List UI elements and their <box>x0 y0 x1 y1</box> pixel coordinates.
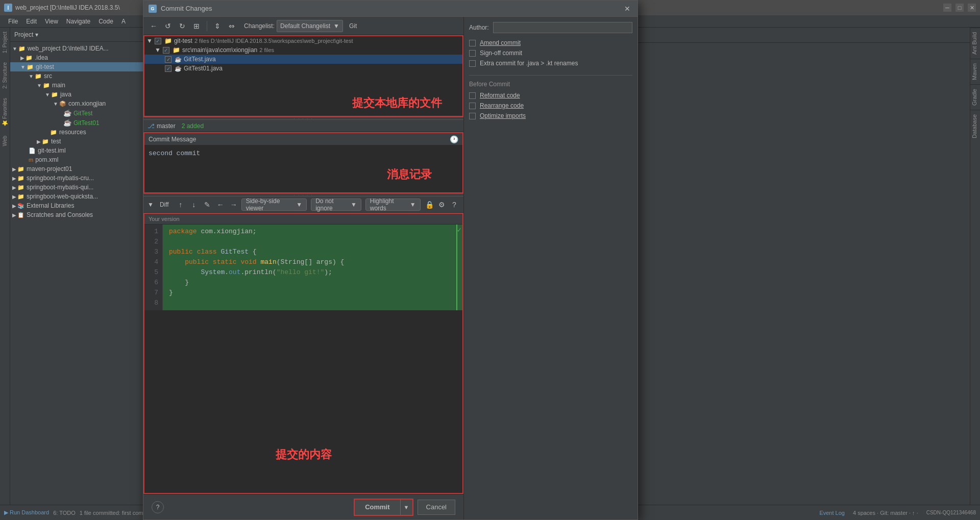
dialog-left-panel: ← ↺ ↻ ⊞ ⇕ ⇔ Changelist: Default Changeli… <box>143 17 464 519</box>
toolbar-arrow-left-btn[interactable]: ← <box>148 20 160 32</box>
optimize-label: Optimize imports <box>480 112 526 119</box>
menu-file[interactable]: File <box>4 17 22 26</box>
close-button[interactable]: ✕ <box>968 4 976 12</box>
signoff-row: Sign-off commit <box>469 49 632 57</box>
tree-item-gittest[interactable]: ▼ 📁 git-test <box>10 62 145 71</box>
todo-btn[interactable]: 6: TODO <box>53 510 76 516</box>
toolbar-undo-btn[interactable]: ↺ <box>162 20 174 32</box>
tree-item-springboot3[interactable]: ▶ 📁 springboot-web-quicksta... <box>10 192 145 201</box>
signoff-checkbox[interactable] <box>469 50 476 57</box>
menu-code[interactable]: Code <box>94 17 117 26</box>
your-version-label: Your version <box>144 214 462 225</box>
sidebar-gradle-tab[interactable]: Gradle <box>970 84 980 110</box>
diff-help-btn[interactable]: ? <box>449 199 459 210</box>
file-tree-subdir[interactable]: ▼ 📁 src\main\java\com\xiongjian 2 files <box>144 45 462 55</box>
diff-collapse-arrow[interactable]: ▼ <box>148 201 154 208</box>
tree-item-test[interactable]: ▶ 📁 test <box>10 137 145 146</box>
gittest-checkbox[interactable] <box>165 56 172 63</box>
gittest01-checkbox[interactable] <box>165 65 172 72</box>
tree-label-java: java <box>60 91 71 98</box>
tree-item-extlibs[interactable]: ▶ 📚 External Libraries <box>10 201 145 210</box>
extra-row: Extra commit for .java > .kt renames <box>469 60 632 67</box>
toolbar-refresh-btn[interactable]: ↻ <box>176 20 188 32</box>
dialog-close-button[interactable]: ✕ <box>622 4 632 14</box>
file-gittest01-java[interactable]: ☕ GitTest01.java <box>144 64 462 73</box>
tree-item-pom[interactable]: m pom.xml <box>10 155 145 164</box>
line-num-7: 7 <box>149 288 158 298</box>
menu-view[interactable]: View <box>41 17 62 26</box>
diff-next-btn[interactable]: ↓ <box>188 199 200 210</box>
tree-item-com[interactable]: ▼ 📦 com.xiongjian <box>10 99 145 108</box>
maximize-button[interactable]: □ <box>955 4 964 12</box>
commit-message-input[interactable]: second commit <box>144 145 462 192</box>
root-checkbox[interactable] <box>155 38 161 44</box>
run-dashboard-btn[interactable]: ▶ Run Dashboard <box>4 509 49 516</box>
sidebar-maven-tab[interactable]: Maven <box>970 59 980 84</box>
reformat-checkbox[interactable] <box>469 92 476 99</box>
tree-item-resources[interactable]: ▶ 📁 resources <box>10 128 145 137</box>
tree-item-src[interactable]: ▼ 📁 src <box>10 71 145 81</box>
file-tree-root[interactable]: ▼ 📁 git-test 2 files D:\IntelliJ IDEA 20… <box>144 36 462 45</box>
toolbar-expand-btn[interactable]: ⇕ <box>211 20 224 32</box>
subdir-folder-icon: 📁 <box>173 46 180 54</box>
tree-item-iml[interactable]: 📄 git-test.iml <box>10 146 145 155</box>
menu-navigate[interactable]: Navigate <box>62 17 94 26</box>
subdir-checkbox[interactable] <box>163 47 169 54</box>
diff-viewer-dropdown[interactable]: Side-by-side viewer ▼ <box>241 199 307 211</box>
tree-item-springboot1[interactable]: ▶ 📁 springboot-mybatis-cru... <box>10 174 145 183</box>
minimize-button[interactable]: ─ <box>943 4 951 12</box>
sidebar-favorites-tab[interactable]: ⭐ Favorites <box>2 96 8 129</box>
code-line-6: } <box>169 278 450 288</box>
author-input[interactable] <box>493 22 632 33</box>
tree-label-maven: maven-project01 <box>27 165 72 172</box>
tree-item-idea[interactable]: ▶ 📁 .idea <box>10 53 145 62</box>
menu-edit[interactable]: Edit <box>22 17 41 26</box>
diff-prev-btn[interactable]: ↑ <box>175 199 186 210</box>
diff-ignore-dropdown[interactable]: Do not ignore ▼ <box>311 199 361 211</box>
tree-item-springboot2[interactable]: ▶ 📁 springboot-mybatis-qui... <box>10 183 145 192</box>
optimize-checkbox[interactable] <box>469 113 476 119</box>
sidebar-structure-tab[interactable]: 2: Structure <box>2 60 8 91</box>
diff-label: Diff <box>160 201 169 208</box>
commit-msg-clock-icon[interactable]: 🕐 <box>450 135 458 143</box>
toolbar-collapse-btn[interactable]: ⇔ <box>226 20 238 32</box>
commit-button[interactable]: Commit <box>355 500 400 515</box>
amend-checkbox[interactable] <box>469 40 476 46</box>
tree-label-gittest: git-test <box>36 63 54 70</box>
sidebar-project-tab[interactable]: 1: Project <box>2 30 8 55</box>
commit-changes-dialog: G Commit Changes ✕ ← ↺ ↻ ⊞ ⇕ ⇔ Changelis… <box>143 0 638 520</box>
tree-item-gittest-java[interactable]: ☕ GitTest <box>10 108 145 118</box>
diff-lock-btn[interactable]: 🔒 <box>425 199 435 210</box>
changelist-dropdown[interactable]: Default Changelist ▼ <box>277 20 343 32</box>
menu-analyze[interactable]: A <box>117 17 130 26</box>
sidebar-web-tab[interactable]: Web <box>2 134 8 148</box>
sidebar-database-tab[interactable]: Database <box>970 110 980 142</box>
author-row: Author: <box>469 22 632 33</box>
tree-item-webproject[interactable]: ▼ 📁 web_project D:\IntelliJ IDEA... <box>10 44 145 53</box>
diff-forward-btn[interactable]: → <box>228 199 239 210</box>
tree-label-test: test <box>51 138 61 145</box>
changelist-label: Changelist: <box>244 22 275 30</box>
diff-highlight-dropdown[interactable]: Highlight words ▼ <box>365 199 421 211</box>
rearrange-checkbox[interactable] <box>469 103 476 109</box>
help-button[interactable]: ? <box>152 501 164 513</box>
project-dropdown[interactable]: Project ▾ <box>14 31 38 38</box>
tree-item-main[interactable]: ▼ 📁 main <box>10 81 145 90</box>
sidebar-ant-tab[interactable]: Ant Build <box>970 28 980 59</box>
commit-dropdown-button[interactable]: ▼ <box>400 500 412 515</box>
code-area: 1 2 3 4 5 6 7 8 package com.xiongjian; <box>144 225 462 310</box>
tree-item-java[interactable]: ▼ 📁 java <box>10 90 145 99</box>
toolbar-group-btn[interactable]: ⊞ <box>190 20 203 32</box>
diff-edit-btn[interactable]: ✎ <box>202 199 213 210</box>
tree-item-gittest01-java[interactable]: ☕ GitTest01 <box>10 118 145 128</box>
tree-item-maven[interactable]: ▶ 📁 maven-project01 <box>10 164 145 174</box>
event-log-btn[interactable]: Event Log <box>819 510 845 516</box>
extra-checkbox[interactable] <box>469 60 476 67</box>
diff-settings-btn[interactable]: ⚙ <box>437 199 447 210</box>
file-gittest-java[interactable]: ☕ GitTest.java <box>144 55 462 64</box>
tree-item-scratches[interactable]: ▶ 📋 Scratches and Consoles <box>10 210 145 219</box>
cancel-button[interactable]: Cancel <box>418 500 455 515</box>
java-icon: ☕ <box>175 56 182 63</box>
diff-back-btn[interactable]: ← <box>215 199 226 210</box>
added-count: 2 added <box>182 122 204 130</box>
